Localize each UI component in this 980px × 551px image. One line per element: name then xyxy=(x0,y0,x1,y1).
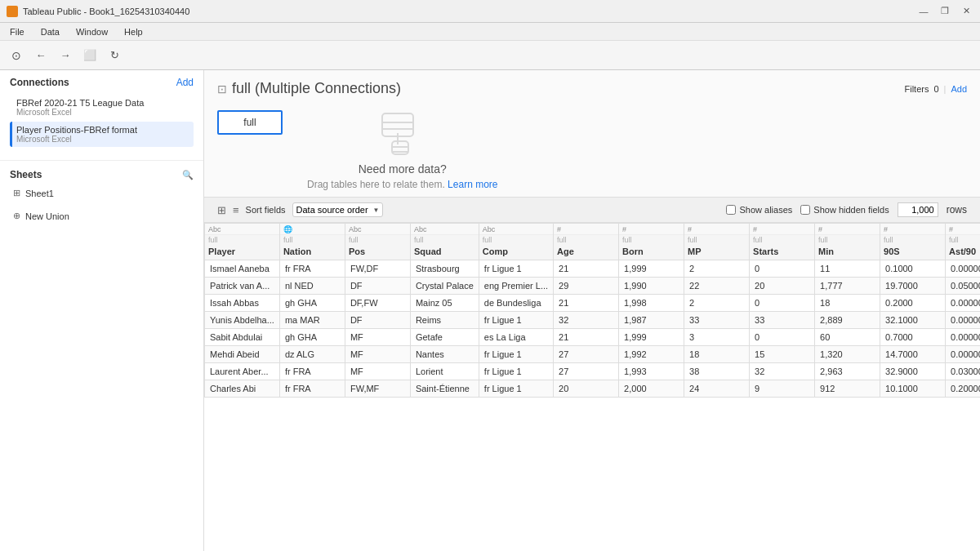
col-header-mp: #fullMP xyxy=(684,224,750,260)
col-name-8: Starts xyxy=(750,245,814,260)
cell-0-8: 0 xyxy=(750,260,815,278)
table-row[interactable]: Charles Abifr FRAFW,MFSaint-Étiennefr Li… xyxy=(205,380,981,398)
col-type-0: Abc xyxy=(205,224,279,235)
canvas-controls-bar: ⊞ ≡ Sort fields Data source order Alphab… xyxy=(204,197,980,223)
canvas-controls-right: Show aliases Show hidden fields rows xyxy=(726,202,967,217)
show-hidden-checkbox[interactable] xyxy=(800,205,810,215)
table-row[interactable]: Laurent Aber...fr FRAMFLorientfr Ligue 1… xyxy=(205,363,981,380)
cell-2-9: 18 xyxy=(815,295,880,312)
sort-fields-label: Sort fields xyxy=(246,205,286,215)
col-source-11: full xyxy=(946,235,980,245)
cell-6-6: 1,993 xyxy=(619,363,684,380)
menu-help[interactable]: Help xyxy=(121,25,146,38)
show-aliases-checkbox-group[interactable]: Show aliases xyxy=(726,205,792,215)
table-row[interactable]: Issah Abbasgh GHADF,FWMainz 05de Bundesl… xyxy=(205,295,981,312)
toolbar-back[interactable]: ← xyxy=(31,46,51,65)
cell-5-3: Nantes xyxy=(410,346,479,363)
cell-6-4: fr Ligue 1 xyxy=(479,363,553,380)
menu-file[interactable]: File xyxy=(7,25,28,38)
sort-select-wrapper: Data source order Alphabetical xyxy=(292,202,383,217)
table-row[interactable]: Mehdi Abeiddz ALGMFNantesfr Ligue 1271,9… xyxy=(205,346,981,363)
table-header: AbcfullPlayer🌐fullNationAbcfullPosAbcful… xyxy=(205,224,981,260)
cell-6-1: fr FRA xyxy=(279,363,345,380)
cell-2-4: de Bundesliga xyxy=(479,295,553,312)
titlebar-controls[interactable]: — ❐ ✕ xyxy=(916,4,973,19)
col-source-7: full xyxy=(684,235,749,245)
cell-2-0: Issah Abbas xyxy=(205,295,280,312)
cell-0-7: 2 xyxy=(684,260,750,278)
learn-more-link[interactable]: Learn more xyxy=(448,179,497,190)
col-type-5: # xyxy=(554,224,618,235)
toolbar-snapshot[interactable]: ⬜ xyxy=(80,46,100,65)
main-layout: Connections Add FBRef 2020-21 T5 League … xyxy=(0,70,980,551)
col-header-nation: 🌐fullNation xyxy=(279,224,345,260)
cell-4-8: 0 xyxy=(750,329,815,346)
rows-input[interactable] xyxy=(898,202,938,217)
cell-2-10: 0.2000 xyxy=(880,295,946,312)
show-aliases-checkbox[interactable] xyxy=(726,205,736,215)
col-type-1: 🌐 xyxy=(280,224,345,235)
col-header-player: AbcfullPlayer xyxy=(205,224,280,260)
svg-rect-3 xyxy=(397,133,399,144)
data-table: AbcfullPlayer🌐fullNationAbcfullPosAbcful… xyxy=(204,223,980,398)
cell-4-3: Getafe xyxy=(410,329,479,346)
sort-select[interactable]: Data source order Alphabetical xyxy=(292,202,383,217)
svg-rect-0 xyxy=(382,113,413,136)
cell-2-5: 21 xyxy=(554,295,619,312)
cell-6-9: 2,963 xyxy=(815,363,880,380)
search-icon[interactable]: 🔍 xyxy=(182,170,194,180)
col-name-5: Age xyxy=(554,245,618,260)
table-row[interactable]: Patrick van A...nl NEDDFCrystal Palaceen… xyxy=(205,278,981,295)
close-button[interactable]: ✕ xyxy=(959,4,973,19)
cell-5-5: 27 xyxy=(554,346,619,363)
cell-5-11: 0.00000 xyxy=(946,346,980,363)
connection-item-positions[interactable]: Player Positions-FBRef format Microsoft … xyxy=(10,122,194,147)
tableau-icon xyxy=(7,6,18,17)
toolbar-forward[interactable]: → xyxy=(56,46,75,65)
grid-icon: ⊞ xyxy=(217,204,226,216)
cell-6-0: Laurent Aber... xyxy=(205,363,280,380)
table-row[interactable]: Yunis Abdelha...ma MARDFReimsfr Ligue 13… xyxy=(205,312,981,329)
minimize-button[interactable]: — xyxy=(916,4,931,19)
toolbar-refresh[interactable]: ↻ xyxy=(105,46,124,65)
list-icon: ≡ xyxy=(233,204,239,216)
col-header-min: #fullMin xyxy=(815,224,880,260)
cell-4-5: 21 xyxy=(554,329,619,346)
table-row[interactable]: Sabit Abdulaigh GHAMFGetafees La Liga211… xyxy=(205,329,981,346)
svg-rect-6 xyxy=(392,151,408,153)
toolbar-home[interactable]: ⊙ xyxy=(7,46,26,65)
col-source-0: full xyxy=(205,235,279,245)
cell-3-1: ma MAR xyxy=(279,312,345,329)
cell-1-11: 0.05000 xyxy=(946,278,980,295)
cell-3-7: 33 xyxy=(684,312,750,329)
col-type-7: # xyxy=(684,224,749,235)
cell-3-8: 33 xyxy=(750,312,815,329)
col-source-9: full xyxy=(815,235,880,245)
col-header-born: #fullBorn xyxy=(619,224,684,260)
add-connection-button[interactable]: Add xyxy=(176,77,194,88)
connection-item-fbref[interactable]: FBRef 2020-21 T5 League Data Microsoft E… xyxy=(10,95,194,120)
maximize-button[interactable]: ❐ xyxy=(938,4,952,19)
show-hidden-checkbox-group[interactable]: Show hidden fields xyxy=(800,205,889,215)
cell-1-9: 1,777 xyxy=(815,278,880,295)
titlebar-left: Tableau Public - Book1_16254310340440 xyxy=(7,6,189,17)
cell-4-11: 0.00000 xyxy=(946,329,980,346)
cell-5-9: 1,320 xyxy=(815,346,880,363)
content-title-text: full (Multiple Connections) xyxy=(232,80,401,97)
drop-text: Need more data? xyxy=(359,162,447,176)
new-union-item[interactable]: ⊕ New Union xyxy=(0,207,203,224)
data-table-wrapper[interactable]: AbcfullPlayer🌐fullNationAbcfullPosAbcful… xyxy=(204,223,980,551)
cell-1-4: eng Premier L... xyxy=(479,278,553,295)
menu-data[interactable]: Data xyxy=(38,25,63,38)
filters-add-button[interactable]: Add xyxy=(951,84,967,94)
content-area: ⊡ full (Multiple Connections) Filters 0 … xyxy=(204,70,980,551)
menu-window[interactable]: Window xyxy=(73,25,111,38)
cell-1-8: 20 xyxy=(750,278,815,295)
cell-6-10: 32.9000 xyxy=(880,363,946,380)
cell-0-3: Strasbourg xyxy=(410,260,479,278)
sheet-item-sheet1[interactable]: ⊞ Sheet1 xyxy=(10,185,194,201)
table-box[interactable]: full xyxy=(217,110,283,135)
cell-2-2: DF,FW xyxy=(345,295,410,312)
table-row[interactable]: Ismael Aanebafr FRAFW,DFStrasbourgfr Lig… xyxy=(205,260,981,278)
cell-1-2: DF xyxy=(345,278,410,295)
